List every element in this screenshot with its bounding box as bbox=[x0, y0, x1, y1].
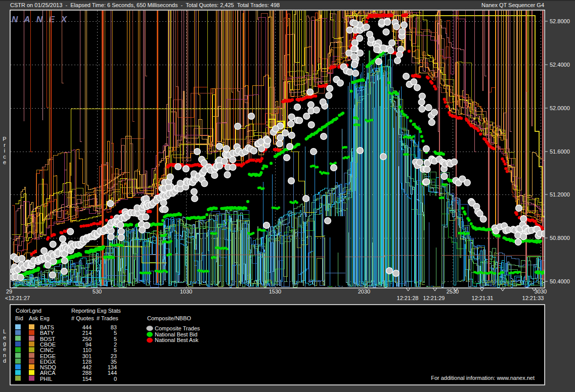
svg-text:1030: 1030 bbox=[180, 288, 192, 295]
svg-text:5: 5 bbox=[114, 347, 117, 353]
svg-text:35: 35 bbox=[111, 359, 117, 365]
svg-text:Composite/NBBO: Composite/NBBO bbox=[147, 315, 191, 321]
svg-text:CSTR on 01/25/2013 - Elapsed: CSTR on 01/25/2013 - Elapsed Time: 6 Sec… bbox=[10, 2, 280, 8]
svg-text:Exg: Exg bbox=[40, 315, 50, 321]
svg-text:5: 5 bbox=[114, 336, 117, 342]
svg-text:ARCA: ARCA bbox=[40, 370, 56, 376]
svg-text:BOST: BOST bbox=[40, 336, 55, 342]
svg-text:Reporting Exg Stats: Reporting Exg Stats bbox=[71, 308, 121, 314]
svg-text:50.4000: 50.4000 bbox=[550, 278, 570, 284]
svg-text:250: 250 bbox=[82, 336, 92, 342]
svg-text:PHIL: PHIL bbox=[40, 376, 52, 382]
svg-text:2: 2 bbox=[114, 341, 117, 348]
svg-text:12:21:31: 12:21:31 bbox=[472, 295, 494, 301]
svg-text:P: P bbox=[3, 136, 6, 142]
svg-text:444: 444 bbox=[82, 324, 92, 330]
svg-text:12:21:28: 12:21:28 bbox=[397, 295, 419, 301]
svg-text:CBOE: CBOE bbox=[40, 341, 56, 348]
svg-text:EDGX: EDGX bbox=[40, 359, 56, 365]
svg-text:144: 144 bbox=[108, 370, 117, 376]
svg-text:12:21:33: 12:21:33 bbox=[522, 295, 544, 301]
svg-text:Nanex QT Sequencer G4: Nanex QT Sequencer G4 bbox=[481, 2, 544, 8]
svg-text:i: i bbox=[4, 148, 5, 154]
svg-text:128: 128 bbox=[82, 359, 92, 365]
svg-text:52.0000: 52.0000 bbox=[550, 105, 570, 111]
svg-text:Ask: Ask bbox=[29, 315, 38, 321]
svg-text:BATY: BATY bbox=[40, 330, 55, 336]
svg-text:ColorLgnd: ColorLgnd bbox=[16, 308, 41, 314]
svg-text:50.8000: 50.8000 bbox=[550, 235, 570, 241]
svg-text:23: 23 bbox=[111, 353, 117, 359]
svg-text:N A N E X: N A N E X bbox=[12, 15, 69, 24]
svg-text:d: d bbox=[3, 358, 6, 364]
svg-text:52.8000: 52.8000 bbox=[550, 18, 570, 24]
svg-text:442: 442 bbox=[82, 364, 92, 370]
svg-text:# Quotes: # Quotes bbox=[71, 315, 94, 321]
svg-text:51.2000: 51.2000 bbox=[550, 191, 570, 198]
svg-text:110: 110 bbox=[82, 347, 92, 353]
svg-text:83: 83 bbox=[111, 324, 117, 330]
svg-text:301: 301 bbox=[82, 353, 92, 359]
svg-text:National Best Ask: National Best Ask bbox=[155, 337, 199, 343]
svg-text:CINC: CINC bbox=[40, 347, 54, 353]
svg-text:52.4000: 52.4000 bbox=[550, 62, 570, 68]
svg-text:National Best Bid: National Best Bid bbox=[155, 331, 197, 337]
svg-text:e: e bbox=[3, 346, 6, 352]
svg-text:29: 29 bbox=[6, 288, 12, 295]
svg-text:BATS: BATS bbox=[40, 324, 54, 330]
svg-text:EDGE: EDGE bbox=[40, 353, 56, 359]
svg-text:Bid: Bid bbox=[15, 315, 23, 321]
svg-text:154: 154 bbox=[82, 376, 92, 382]
svg-text:For additional information: ww: For additional information: www.nanex.ne… bbox=[431, 375, 535, 381]
svg-text:288: 288 bbox=[82, 370, 92, 376]
svg-text:3030: 3030 bbox=[535, 288, 547, 295]
svg-text:e: e bbox=[3, 159, 6, 165]
svg-text:134: 134 bbox=[108, 364, 117, 370]
svg-text:51.6000: 51.6000 bbox=[550, 149, 570, 155]
svg-text:0: 0 bbox=[114, 376, 117, 382]
svg-text:L: L bbox=[3, 328, 6, 334]
svg-text:5: 5 bbox=[114, 330, 117, 336]
svg-text:# Trades: # Trades bbox=[97, 315, 118, 321]
svg-text:2030: 2030 bbox=[358, 288, 370, 295]
svg-text:530: 530 bbox=[93, 288, 102, 295]
svg-text:<​12:21:27: <​12:21:27 bbox=[5, 295, 30, 301]
svg-text:Composite Trades: Composite Trades bbox=[155, 325, 200, 331]
svg-text:214: 214 bbox=[82, 330, 92, 336]
svg-text:1530: 1530 bbox=[269, 288, 281, 295]
svg-text:94: 94 bbox=[85, 341, 92, 348]
svg-text:12:21:29: 12:21:29 bbox=[423, 295, 445, 301]
svg-text:NSDQ: NSDQ bbox=[40, 364, 56, 370]
svg-text:e: e bbox=[3, 334, 6, 340]
